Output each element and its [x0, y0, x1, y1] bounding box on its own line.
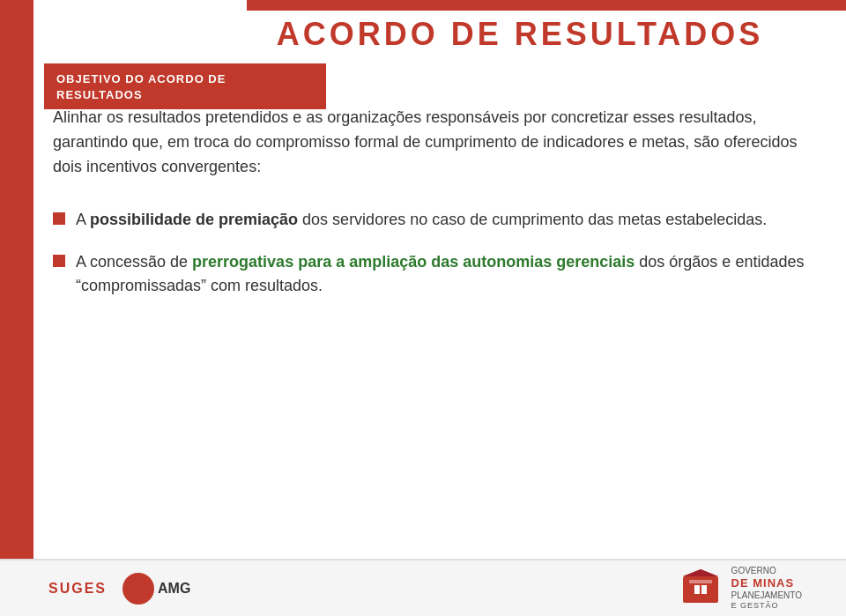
bullet-text-2: A concessão de prerrogativas para a ampl…: [76, 250, 811, 300]
gov-logo-text: GOVERNO DE MINAS PLANEJAMENTO E GESTÃO: [731, 566, 802, 610]
gov-label-3: PLANEJAMENTO: [731, 590, 802, 601]
suges-label: SUGES: [48, 581, 107, 597]
svg-marker-5: [683, 569, 718, 576]
page-title: ACORDO DE RESULTADOS: [212, 16, 828, 53]
svg-rect-1: [694, 585, 700, 594]
gov-label-2: DE MINAS: [731, 576, 802, 590]
bullet-bold-1: possibilidade de premiação: [90, 211, 298, 228]
bullet-item-2: A concessão de prerrogativas para a ampl…: [53, 250, 811, 300]
intro-paragraph: Alinhar os resultados pretendidos e as o…: [53, 106, 811, 180]
footer: SUGES AMG GOVERNO DE MINAS PLANEJAMENTO …: [0, 559, 846, 616]
bullet-text-1: A possibilidade de premiação dos servido…: [76, 208, 811, 233]
bullet-icon-1: [53, 212, 65, 225]
top-bar: [247, 0, 846, 11]
gov-logo-icon: [679, 568, 723, 608]
gov-label-4: E GESTÃO: [731, 601, 802, 611]
svg-rect-2: [701, 585, 707, 594]
amg-text-label: AMG: [158, 581, 190, 597]
amg-logo: AMG: [122, 573, 190, 605]
footer-left: SUGES AMG: [48, 573, 190, 605]
amg-circle-icon: [122, 573, 154, 605]
svg-rect-3: [689, 580, 712, 583]
section-heading-box: Objetivo do Acordo de Resultados: [44, 63, 326, 109]
section-heading-label: Objetivo do Acordo de Resultados: [56, 72, 226, 101]
gov-minas-logo: GOVERNO DE MINAS PLANEJAMENTO E GESTÃO: [679, 566, 802, 610]
gov-label-1: GOVERNO: [731, 566, 802, 576]
bullet-icon-2: [53, 255, 65, 267]
bullet-item-1: A possibilidade de premiação dos servido…: [53, 208, 811, 233]
left-accent: [0, 0, 33, 616]
main-content: Alinhar os resultados pretendidos e as o…: [53, 106, 811, 545]
bullet-bold-2: prerrogativas para a ampliação das auton…: [192, 253, 634, 271]
